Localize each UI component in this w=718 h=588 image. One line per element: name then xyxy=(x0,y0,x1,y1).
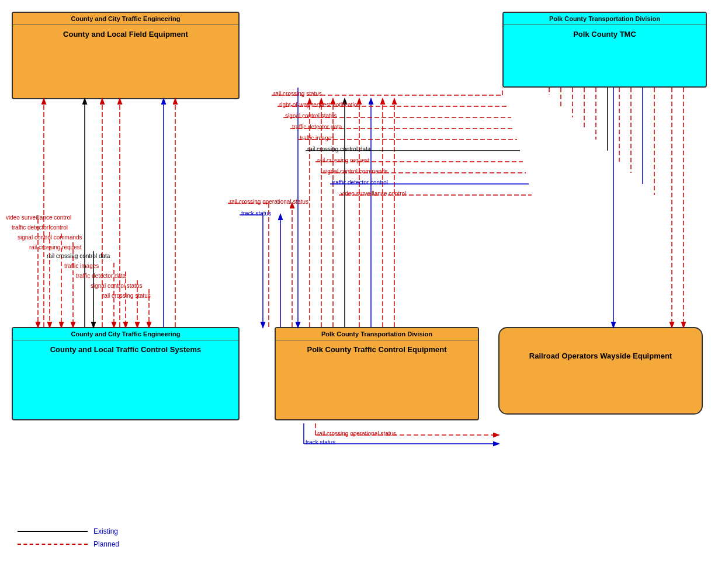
label-video-surveillance-control-1: video surveillance control xyxy=(341,190,406,197)
polk-equipment-title: Polk County Traffic Control Equipment xyxy=(276,340,478,359)
label-rail-crossing-request-2: rail crossing request xyxy=(29,244,81,250)
label-rail-crossing-operational-status-1: rail crossing operational status xyxy=(230,199,308,205)
label-rail-crossing-request-1: rail crossing request xyxy=(317,157,369,163)
label-video-surveillance-control-2: video surveillance control xyxy=(6,214,71,221)
railroad-title: Railroad Operators Wayside Equipment xyxy=(500,328,702,365)
label-rail-crossing-status-2: rail crossing status xyxy=(102,293,151,299)
polk-tmc-title: Polk County TMC xyxy=(504,25,706,43)
diagram-container: County and City Traffic Engineering Coun… xyxy=(0,0,718,588)
label-signal-control-commands-1: signal control commands xyxy=(323,168,388,175)
legend-existing-label: Existing xyxy=(93,527,118,535)
label-traffic-detector-data-2: traffic detector data xyxy=(76,273,126,279)
label-track-status-2: track status xyxy=(306,439,335,446)
node-polk-equipment: Polk County Transportation Division Polk… xyxy=(275,327,479,420)
node-polk-tmc: Polk County Transportation Division Polk… xyxy=(502,12,707,88)
label-rail-crossing-operational-status-2: rail crossing operational status xyxy=(317,430,396,437)
legend-planned: Planned xyxy=(18,540,119,548)
label-rail-crossing-control-data-1: rail crossing control data xyxy=(307,146,370,152)
node-county-traffic: County and City Traffic Engineering Coun… xyxy=(12,327,240,420)
label-traffic-detector-data-1: traffic detector data xyxy=(292,124,342,130)
label-right-of-way: right-of-way request notification xyxy=(279,102,360,108)
polk-tmc-header: Polk County Transportation Division xyxy=(504,13,706,25)
polk-equipment-header: Polk County Transportation Division xyxy=(276,328,478,340)
label-traffic-images-1: traffic images xyxy=(300,135,334,141)
label-signal-control-status-2: signal control status xyxy=(91,283,142,289)
label-signal-control-commands-2: signal control commands xyxy=(18,234,82,241)
county-traffic-header: County and City Traffic Engineering xyxy=(13,328,238,340)
label-rail-crossing-status-1: rail crossing status xyxy=(273,91,322,97)
node-railroad: Railroad Operators Wayside Equipment xyxy=(498,327,703,415)
node-county-field: County and City Traffic Engineering Coun… xyxy=(12,12,240,99)
legend: Existing Planned xyxy=(18,527,119,553)
label-traffic-detector-control-2: traffic detector control xyxy=(12,224,68,231)
legend-planned-label: Planned xyxy=(93,540,119,548)
county-field-header: County and City Traffic Engineering xyxy=(13,13,238,25)
legend-existing: Existing xyxy=(18,527,119,535)
county-traffic-title: County and Local Traffic Control Systems xyxy=(13,340,238,359)
county-field-title: County and Local Field Equipment xyxy=(13,25,238,43)
legend-existing-line xyxy=(18,531,88,532)
label-rail-crossing-control-data-2: rail crossing control data xyxy=(47,253,110,259)
label-track-status-1: track status xyxy=(241,210,271,217)
label-traffic-detector-control-1: traffic detector control xyxy=(332,179,388,186)
label-traffic-images-2: traffic images xyxy=(64,263,99,269)
label-signal-control-status-1: signal control status xyxy=(285,113,337,119)
legend-planned-line xyxy=(18,544,88,545)
